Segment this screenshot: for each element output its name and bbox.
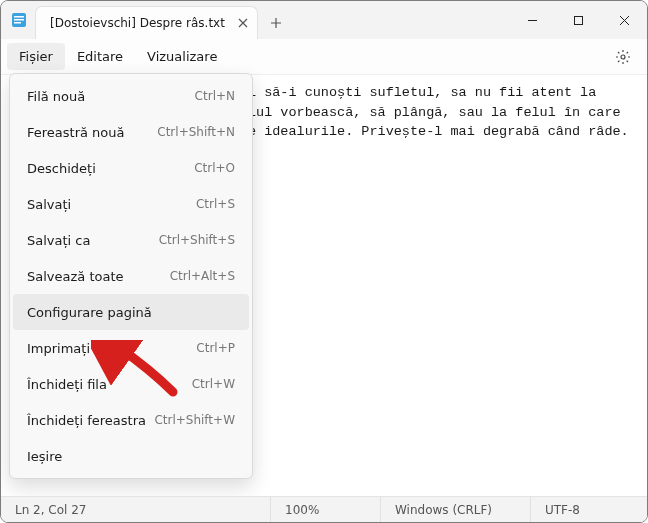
svg-rect-3: [14, 22, 21, 24]
menu-view[interactable]: Vizualizare: [135, 43, 229, 70]
menu-item-exit[interactable]: Ieșire: [13, 438, 249, 474]
svg-rect-2: [14, 19, 24, 21]
menu-item-close-tab[interactable]: Închideți filaCtrl+W: [13, 366, 249, 402]
close-window-button[interactable]: [601, 1, 647, 39]
status-zoom[interactable]: 100%: [271, 497, 381, 522]
status-encoding: UTF-8: [531, 497, 647, 522]
menu-item-print[interactable]: ImprimațiCtrl+P: [13, 330, 249, 366]
menu-item-save-as[interactable]: Salvați caCtrl+Shift+S: [13, 222, 249, 258]
titlebar: [Dostoievschi] Despre râs.txt: [1, 1, 647, 39]
menu-item-open[interactable]: DeschidețiCtrl+O: [13, 150, 249, 186]
menu-item-close-window[interactable]: Închideți fereastraCtrl+Shift+W: [13, 402, 249, 438]
settings-button[interactable]: [605, 43, 641, 71]
menu-item-new-tab[interactable]: Filă nouăCtrl+N: [13, 78, 249, 114]
svg-rect-4: [574, 16, 582, 24]
svg-point-5: [621, 55, 625, 59]
menu-item-save-all[interactable]: Salvează toateCtrl+Alt+S: [13, 258, 249, 294]
status-line-ending: Windows (CRLF): [381, 497, 531, 522]
menu-item-new-window[interactable]: Fereastră nouăCtrl+Shift+N: [13, 114, 249, 150]
menu-edit[interactable]: Editare: [65, 43, 135, 70]
notepad-app-icon: [11, 12, 27, 28]
svg-rect-1: [14, 16, 24, 18]
minimize-button[interactable]: [509, 1, 555, 39]
menu-file[interactable]: Fișier: [7, 43, 65, 70]
close-tab-button[interactable]: [237, 17, 249, 29]
file-menu-dropdown: Filă nouăCtrl+N Fereastră nouăCtrl+Shift…: [9, 73, 253, 479]
menu-item-page-setup[interactable]: Configurare pagină: [13, 294, 249, 330]
status-position: Ln 2, Col 27: [1, 497, 271, 522]
active-tab[interactable]: [Dostoievschi] Despre râs.txt: [35, 6, 258, 39]
menu-item-save[interactable]: SalvațiCtrl+S: [13, 186, 249, 222]
new-tab-button[interactable]: [262, 6, 290, 39]
menubar: Fișier Editare Vizualizare: [1, 39, 647, 75]
tab-title: [Dostoievschi] Despre râs.txt: [50, 16, 225, 30]
statusbar: Ln 2, Col 27 100% Windows (CRLF) UTF-8: [1, 496, 647, 522]
maximize-button[interactable]: [555, 1, 601, 39]
